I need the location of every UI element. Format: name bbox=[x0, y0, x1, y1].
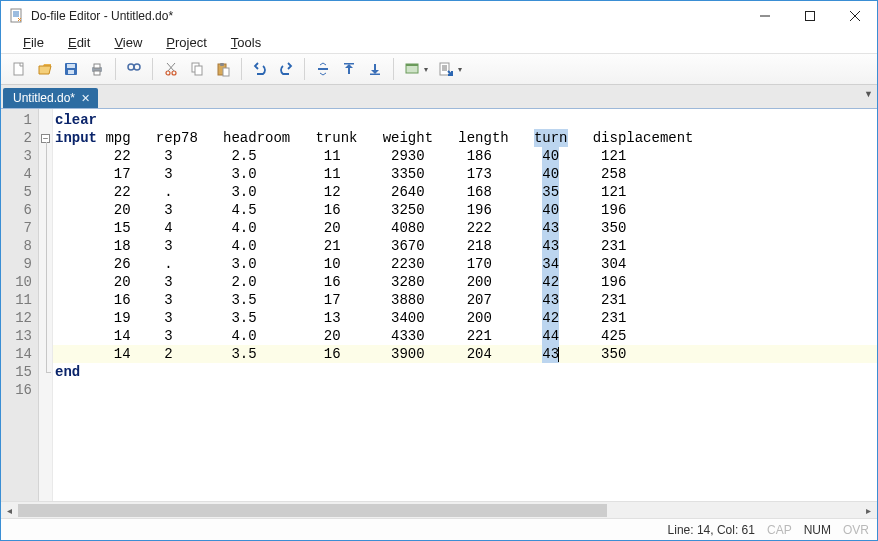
code-line[interactable]: 22 . 3.0 12 2640 168 35 121 bbox=[53, 183, 877, 201]
fold-cell bbox=[39, 165, 52, 183]
code-line[interactable] bbox=[53, 381, 877, 399]
code-line[interactable]: 14 2 3.5 16 3900 204 43 350 bbox=[53, 345, 877, 363]
scroll-right-icon[interactable]: ▸ bbox=[860, 502, 877, 519]
code-line[interactable]: 26 . 3.0 10 2230 170 34 304 bbox=[53, 255, 877, 273]
menubar: FileEditViewProjectTools bbox=[1, 31, 877, 53]
document-tabbar: Untitled.do* ✕ ▼ bbox=[1, 85, 877, 109]
code-line[interactable]: 16 3 3.5 17 3880 207 43 231 bbox=[53, 291, 877, 309]
do-button[interactable] bbox=[434, 57, 458, 81]
svg-rect-10 bbox=[94, 64, 100, 68]
fold-cell bbox=[39, 363, 52, 381]
run-dropdown-icon[interactable]: ▾ bbox=[424, 65, 432, 74]
line-number: 11 bbox=[1, 291, 38, 309]
tab-label: Untitled.do* bbox=[13, 91, 75, 105]
menu-edit[interactable]: Edit bbox=[56, 33, 102, 52]
svg-rect-23 bbox=[223, 68, 229, 76]
scroll-thumb[interactable] bbox=[18, 504, 607, 517]
fold-cell bbox=[39, 147, 52, 165]
document-tab[interactable]: Untitled.do* ✕ bbox=[3, 88, 98, 108]
svg-point-13 bbox=[134, 64, 140, 70]
svg-rect-22 bbox=[220, 63, 224, 66]
statusbar: Line: 14, Col: 61 CAP NUM OVR bbox=[1, 518, 877, 540]
scroll-left-icon[interactable]: ◂ bbox=[1, 502, 18, 519]
fold-cell bbox=[39, 309, 52, 327]
toolbar: ▾ ▾ bbox=[1, 53, 877, 85]
do-dropdown-icon[interactable]: ▾ bbox=[458, 65, 466, 74]
svg-rect-20 bbox=[195, 66, 202, 75]
svg-line-17 bbox=[168, 63, 175, 71]
open-file-button[interactable] bbox=[33, 57, 57, 81]
menu-view[interactable]: View bbox=[102, 33, 154, 52]
app-window: Do-file Editor - Untitled.do* FileEditVi… bbox=[0, 0, 878, 541]
code-editor[interactable]: 12345678910111213141516 − clearinput mpg… bbox=[1, 109, 877, 501]
code-line[interactable]: 17 3 3.0 11 3350 173 40 258 bbox=[53, 165, 877, 183]
toggle-bookmark-button[interactable] bbox=[311, 57, 335, 81]
fold-cell bbox=[39, 255, 52, 273]
tab-close-icon[interactable]: ✕ bbox=[81, 92, 90, 105]
copy-button[interactable] bbox=[185, 57, 209, 81]
code-line[interactable]: end bbox=[53, 363, 877, 381]
next-bookmark-button[interactable] bbox=[363, 57, 387, 81]
status-cap: CAP bbox=[767, 523, 792, 537]
fold-cell bbox=[39, 381, 52, 399]
line-number: 12 bbox=[1, 309, 38, 327]
minimize-button[interactable] bbox=[742, 2, 787, 31]
paste-button[interactable] bbox=[211, 57, 235, 81]
code-line[interactable]: 20 3 2.0 16 3280 200 42 196 bbox=[53, 273, 877, 291]
fold-cell bbox=[39, 219, 52, 237]
fold-cell bbox=[39, 111, 52, 129]
code-line[interactable]: 15 4 4.0 20 4080 222 43 350 bbox=[53, 219, 877, 237]
code-line[interactable]: 14 3 4.0 20 4330 221 44 425 bbox=[53, 327, 877, 345]
new-file-button[interactable] bbox=[7, 57, 31, 81]
tab-overflow-icon[interactable]: ▼ bbox=[864, 89, 873, 99]
toolbar-separator bbox=[241, 58, 242, 80]
line-number: 6 bbox=[1, 201, 38, 219]
scroll-track[interactable] bbox=[18, 502, 860, 519]
print-button[interactable] bbox=[85, 57, 109, 81]
svg-line-18 bbox=[167, 63, 174, 71]
cut-button[interactable] bbox=[159, 57, 183, 81]
code-line[interactable]: 18 3 4.0 21 3670 218 43 231 bbox=[53, 237, 877, 255]
maximize-button[interactable] bbox=[787, 2, 832, 31]
menu-project[interactable]: Project bbox=[154, 33, 218, 52]
redo-button[interactable] bbox=[274, 57, 298, 81]
fold-cell bbox=[39, 345, 52, 363]
code-line[interactable]: 22 3 2.5 11 2930 186 40 121 bbox=[53, 147, 877, 165]
fold-cell bbox=[39, 237, 52, 255]
line-number: 13 bbox=[1, 327, 38, 345]
fold-cell bbox=[39, 273, 52, 291]
code-line[interactable]: 20 3 4.5 16 3250 196 40 196 bbox=[53, 201, 877, 219]
line-number: 14 bbox=[1, 345, 38, 363]
fold-cell: − bbox=[39, 129, 52, 147]
fold-cell bbox=[39, 201, 52, 219]
code-line[interactable]: input mpg rep78 headroom trunk weight le… bbox=[53, 129, 877, 147]
code-line[interactable]: clear bbox=[53, 111, 877, 129]
close-button[interactable] bbox=[832, 2, 877, 31]
window-title: Do-file Editor - Untitled.do* bbox=[31, 9, 742, 23]
app-icon bbox=[9, 8, 25, 24]
fold-column: − bbox=[39, 109, 53, 501]
toolbar-separator bbox=[304, 58, 305, 80]
undo-button[interactable] bbox=[248, 57, 272, 81]
line-number: 7 bbox=[1, 219, 38, 237]
menu-file[interactable]: File bbox=[11, 33, 56, 52]
code-area[interactable]: clearinput mpg rep78 headroom trunk weig… bbox=[53, 109, 877, 501]
svg-rect-11 bbox=[94, 71, 100, 75]
toolbar-separator bbox=[115, 58, 116, 80]
fold-cell bbox=[39, 183, 52, 201]
line-number: 4 bbox=[1, 165, 38, 183]
svg-rect-2 bbox=[805, 12, 814, 21]
find-button[interactable] bbox=[122, 57, 146, 81]
status-cursor-position: Line: 14, Col: 61 bbox=[668, 523, 755, 537]
save-button[interactable] bbox=[59, 57, 83, 81]
line-number: 15 bbox=[1, 363, 38, 381]
code-line[interactable]: 19 3 3.5 13 3400 200 42 231 bbox=[53, 309, 877, 327]
svg-point-12 bbox=[128, 64, 134, 70]
status-ovr: OVR bbox=[843, 523, 869, 537]
prev-bookmark-button[interactable] bbox=[337, 57, 361, 81]
run-button[interactable] bbox=[400, 57, 424, 81]
menu-tools[interactable]: Tools bbox=[219, 33, 273, 52]
svg-point-16 bbox=[172, 71, 176, 75]
horizontal-scrollbar[interactable]: ◂ ▸ bbox=[1, 501, 877, 518]
status-num: NUM bbox=[804, 523, 831, 537]
